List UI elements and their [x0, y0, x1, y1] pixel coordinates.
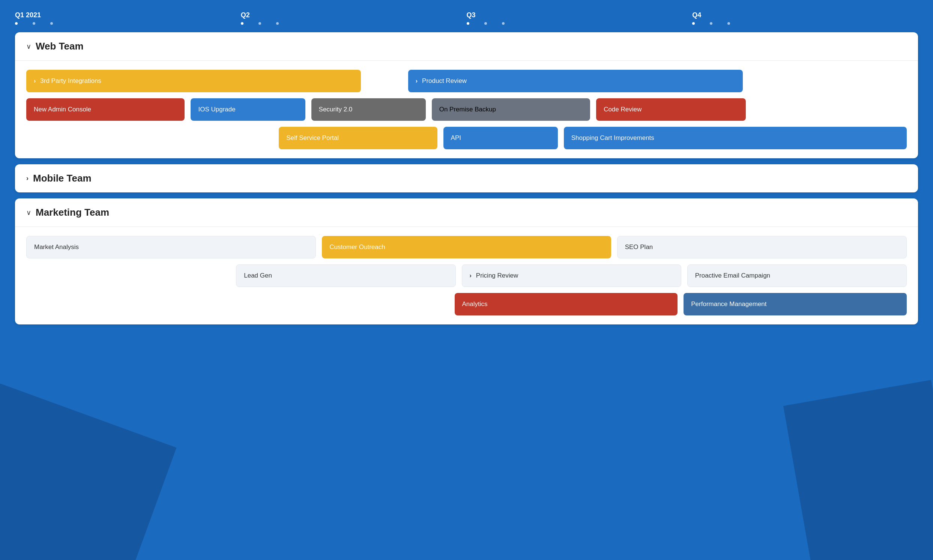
marketing-team-section: ∨ Marketing Team Market Analysis Custome…	[15, 198, 918, 325]
api-label: API	[451, 134, 461, 142]
seo-plan-label: SEO Plan	[625, 243, 653, 251]
q2-label: Q2	[241, 11, 466, 19]
mkt-row3-spacer2	[240, 293, 449, 315]
web-team-section: ∨ Web Team › 3rd Party Integrations › Pr…	[15, 32, 918, 158]
3rd-party-integrations-label: 3rd Party Integrations	[40, 77, 101, 85]
web-row-1: › 3rd Party Integrations › Product Revie…	[26, 70, 907, 92]
dot	[32, 22, 35, 25]
product-review-card[interactable]: › Product Review	[408, 70, 743, 92]
new-admin-console-label: New Admin Console	[34, 106, 91, 113]
self-service-portal-label: Self Service Portal	[286, 134, 339, 142]
pricing-review-label: Pricing Review	[476, 272, 518, 280]
q2-dots	[241, 22, 466, 25]
dot	[484, 22, 487, 25]
web-team-title: Web Team	[35, 40, 84, 52]
ios-upgrade-label: IOS Upgrade	[198, 106, 235, 113]
quarter-q1: Q1 2021	[15, 11, 241, 25]
performance-management-card[interactable]: Performance Management	[684, 293, 907, 315]
q4-label: Q4	[692, 11, 918, 19]
chevron-right-icon: ›	[416, 78, 417, 85]
q1-dots	[15, 22, 241, 25]
web-row-3: Self Service Portal API Shopping Cart Im…	[26, 127, 907, 149]
customer-outreach-label: Customer Outreach	[329, 243, 385, 251]
quarter-q2: Q2	[241, 11, 466, 25]
ios-upgrade-card[interactable]: IOS Upgrade	[191, 98, 305, 121]
security-20-label: Security 2.0	[319, 106, 353, 113]
mobile-team-section: › Mobile Team	[15, 164, 918, 192]
analytics-label: Analytics	[462, 300, 488, 308]
q3-label: Q3	[466, 11, 693, 19]
customer-outreach-card[interactable]: Customer Outreach	[322, 236, 611, 258]
dot	[241, 22, 243, 25]
q1-label: Q1 2021	[15, 11, 241, 19]
3rd-party-integrations-card[interactable]: › 3rd Party Integrations	[26, 70, 361, 92]
web-team-toggle[interactable]: ∨	[26, 42, 31, 51]
quarter-q3: Q3	[466, 11, 693, 25]
on-premise-backup-card[interactable]: On Premise Backup	[432, 98, 590, 121]
marketing-team-title: Marketing Team	[35, 207, 109, 218]
marketing-team-body: Market Analysis Customer Outreach SEO Pl…	[15, 227, 918, 325]
code-review-card[interactable]: Code Review	[596, 98, 746, 121]
analytics-card[interactable]: Analytics	[455, 293, 678, 315]
chevron-right-icon: ›	[470, 272, 471, 279]
pricing-review-card[interactable]: › Pricing Review	[462, 265, 681, 287]
row3-spacer	[26, 127, 273, 149]
q3-dots	[466, 22, 693, 25]
new-admin-console-card[interactable]: New Admin Console	[26, 98, 185, 121]
mobile-team-header[interactable]: › Mobile Team	[15, 164, 918, 192]
shopping-cart-improvements-label: Shopping Cart Improvements	[571, 134, 654, 142]
api-card[interactable]: API	[443, 127, 558, 149]
product-review-label: Product Review	[422, 77, 466, 85]
security-20-card[interactable]: Security 2.0	[311, 98, 426, 121]
market-analysis-card[interactable]: Market Analysis	[26, 236, 316, 258]
on-premise-backup-label: On Premise Backup	[439, 106, 496, 113]
dot	[276, 22, 279, 25]
self-service-portal-card[interactable]: Self Service Portal	[279, 127, 437, 149]
dot	[727, 22, 730, 25]
dot	[502, 22, 505, 25]
marketing-team-header[interactable]: ∨ Marketing Team	[15, 198, 918, 227]
page-wrapper: Q1 2021 Q2 Q3	[0, 0, 933, 345]
mobile-team-toggle[interactable]: ›	[26, 174, 29, 182]
dot	[259, 22, 261, 25]
marketing-row-1: Market Analysis Customer Outreach SEO Pl…	[26, 236, 907, 258]
web-team-header[interactable]: ∨ Web Team	[15, 32, 918, 61]
chevron-right-icon: ›	[34, 78, 35, 85]
marketing-row-2: Lead Gen › Pricing Review Proactive Emai…	[26, 265, 907, 287]
lead-gen-label: Lead Gen	[244, 272, 272, 280]
mkt-row2-spacer	[26, 265, 230, 287]
mkt-row3-spacer1	[26, 293, 234, 315]
timeline-header: Q1 2021 Q2 Q3	[15, 8, 918, 32]
dot	[692, 22, 695, 25]
market-analysis-label: Market Analysis	[34, 243, 79, 251]
dot	[50, 22, 53, 25]
proactive-email-campaign-card[interactable]: Proactive Email Campaign	[687, 265, 907, 287]
dot	[466, 22, 469, 25]
code-review-label: Code Review	[604, 106, 642, 113]
proactive-email-campaign-label: Proactive Email Campaign	[695, 272, 770, 280]
quarter-q4: Q4	[692, 11, 918, 25]
shopping-cart-improvements-card[interactable]: Shopping Cart Improvements	[564, 127, 907, 149]
performance-management-label: Performance Management	[691, 300, 767, 308]
dot	[15, 22, 18, 25]
seo-plan-card[interactable]: SEO Plan	[617, 236, 907, 258]
q4-dots	[692, 22, 918, 25]
marketing-team-toggle[interactable]: ∨	[26, 209, 31, 217]
spacer	[367, 70, 402, 92]
dot	[710, 22, 713, 25]
mobile-team-title: Mobile Team	[33, 172, 92, 184]
marketing-row-3: Analytics Performance Management	[26, 293, 907, 315]
lead-gen-card[interactable]: Lead Gen	[236, 265, 456, 287]
web-row-2: New Admin Console IOS Upgrade Security 2…	[26, 98, 907, 121]
web-team-body: › 3rd Party Integrations › Product Revie…	[15, 61, 918, 158]
timeline-quarters: Q1 2021 Q2 Q3	[15, 11, 918, 25]
